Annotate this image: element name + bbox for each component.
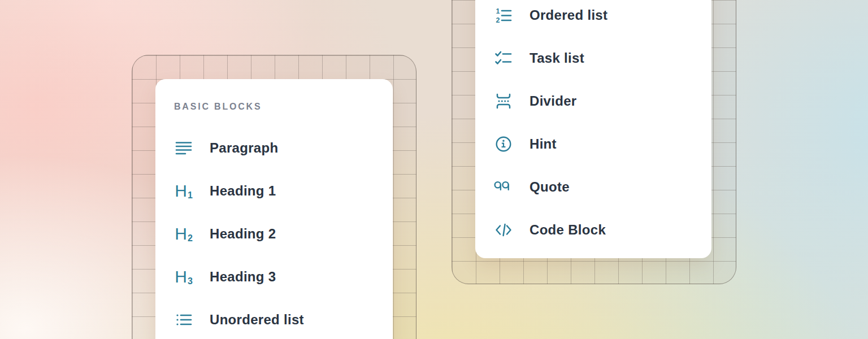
heading-icon-digit: 2 (188, 234, 193, 243)
menu-item-quote[interactable]: Quote (475, 166, 711, 208)
menu-item-label: Code Block (530, 222, 606, 238)
heading-1-icon: H1 (173, 181, 194, 201)
heading-icon-digit: 1 (188, 191, 193, 200)
menu-item-label: Quote (530, 179, 570, 195)
menu-item-ordered-list[interactable]: 1 2 Ordered list (475, 0, 711, 37)
menu-item-divider[interactable]: Divider (475, 80, 711, 123)
menu-item-label: Task list (530, 50, 584, 66)
menu-item-task-list[interactable]: Task list (475, 37, 711, 80)
paragraph-icon (173, 138, 194, 158)
menu-item-label: Paragraph (210, 140, 278, 156)
menu-item-paragraph[interactable]: Paragraph (155, 127, 393, 169)
hint-icon (493, 134, 514, 154)
heading-icon-letter: H (175, 268, 187, 285)
ordered-list-icon: 1 2 (493, 5, 514, 25)
task-list-icon (493, 48, 514, 68)
menu-item-label: Divider (530, 93, 576, 109)
menu-item-code-block[interactable]: Code Block (475, 208, 711, 251)
menu-item-list: 1 2 Ordered list Task list (475, 0, 711, 251)
code-block-icon (493, 220, 514, 240)
menu-item-heading-1[interactable]: H1 Heading 1 (155, 169, 393, 212)
menu-item-label: Unordered list (210, 312, 304, 328)
menu-item-label: Heading 1 (210, 183, 276, 199)
unordered-list-icon (173, 310, 194, 330)
block-menu-panel-basic: BASIC BLOCKS Paragraph H1 Heading 1 H2 H… (155, 79, 393, 339)
menu-item-heading-2[interactable]: H2 Heading 2 (155, 212, 393, 255)
heading-2-icon: H2 (173, 224, 194, 244)
menu-item-label: Heading 2 (210, 226, 276, 242)
block-menu-panel-lists: 1 2 Ordered list Task list (475, 0, 711, 258)
page-background: { "colors": { "accent": "#2b7d99", "item… (0, 0, 868, 339)
menu-item-label: Hint (530, 136, 557, 152)
ordered-list-digit-2: 2 (496, 16, 500, 24)
menu-item-unordered-list[interactable]: Unordered list (155, 298, 393, 339)
quote-icon (493, 177, 514, 197)
menu-item-heading-3[interactable]: H3 Heading 3 (155, 255, 393, 298)
menu-item-hint[interactable]: Hint (475, 123, 711, 166)
heading-icon-letter: H (175, 225, 187, 242)
heading-icon-digit: 3 (188, 277, 193, 286)
divider-icon (493, 91, 514, 111)
section-header-basic-blocks: BASIC BLOCKS (174, 102, 393, 112)
menu-item-label: Heading 3 (210, 269, 276, 285)
heading-3-icon: H3 (173, 267, 194, 287)
menu-item-list: Paragraph H1 Heading 1 H2 Heading 2 H3 H… (155, 127, 393, 339)
menu-item-label: Ordered list (530, 7, 607, 23)
heading-icon-letter: H (175, 182, 187, 199)
ordered-list-digit-1: 1 (496, 7, 500, 15)
